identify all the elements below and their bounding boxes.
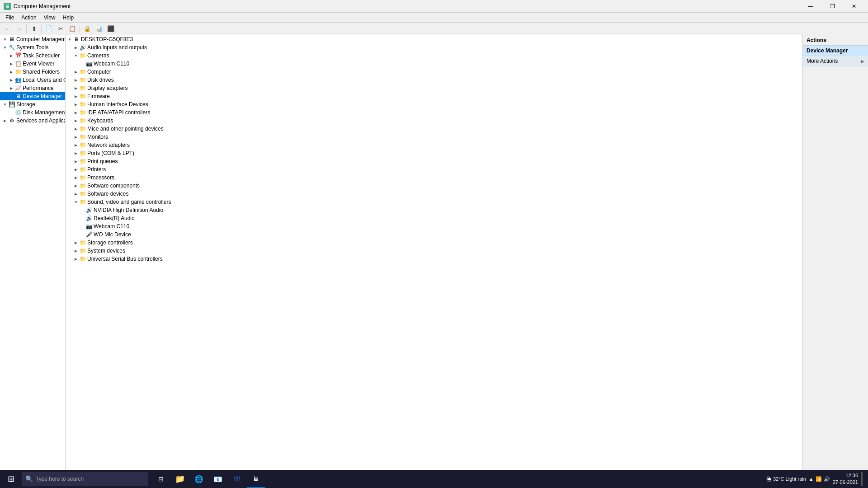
ports-label: Ports (COM & LPT)	[87, 150, 134, 156]
device-software-components[interactable]: ▶ 📁 Software components	[66, 182, 802, 190]
sidebar: ▼ 🖥 Computer Management (Local ▼ 🔧 Syste…	[0, 35, 66, 474]
webcam-cameras-expander	[79, 61, 85, 67]
toolbar-help[interactable]: 📋	[67, 24, 78, 34]
restore-button[interactable]: ❐	[822, 0, 843, 13]
menu-action[interactable]: Action	[18, 14, 40, 22]
toolbar-btn-5[interactable]: 📊	[94, 24, 104, 34]
device-tree-pane[interactable]: ▼ 🖥 DESKTOP-G5QF8E3 ▶ 🔊 Audio inputs and…	[66, 35, 802, 474]
realtek-audio-icon: 🔊	[85, 215, 93, 222]
clock-date: 27-06-2021	[833, 479, 858, 486]
realtek-audio-label: Realtek(R) Audio	[94, 215, 135, 221]
local-users-expander: ▶	[8, 77, 14, 83]
menu-file[interactable]: File	[2, 14, 18, 22]
toolbar-forward[interactable]: →	[14, 24, 24, 34]
device-ports[interactable]: ▶ 📁 Ports (COM & LPT)	[66, 149, 802, 157]
device-wo-mic[interactable]: 🎤 WO Mic Device	[66, 230, 802, 239]
taskbar-chrome[interactable]: 🌐	[190, 470, 208, 488]
device-cameras[interactable]: ▼ 📁 Cameras	[66, 52, 802, 60]
webcam-cameras-icon: 📷	[85, 60, 93, 67]
software-devices-expander: ▶	[73, 191, 79, 197]
device-realtek-audio[interactable]: 🔊 Realtek(R) Audio	[66, 214, 802, 222]
search-icon: 🔍	[25, 475, 33, 483]
toolbar-properties[interactable]: ✂	[55, 24, 66, 34]
title-bar: 🖥 Computer Management — ❐ ✕	[0, 0, 868, 13]
hid-expander: ▶	[73, 101, 79, 108]
device-audio-inputs[interactable]: ▶ 🔊 Audio inputs and outputs	[66, 43, 802, 52]
system-tools-expander: ▼	[2, 44, 8, 51]
task-scheduler-expander: ▶	[8, 52, 14, 59]
device-disk-drives[interactable]: ▶ 📁 Disk drives	[66, 76, 802, 84]
notification-arrow[interactable]: ▲	[809, 476, 814, 482]
menu-view[interactable]: View	[40, 14, 59, 22]
device-mice[interactable]: ▶ 📁 Mice and other pointing devices	[66, 125, 802, 133]
device-usb-controllers[interactable]: ▶ 📁 Universal Serial Bus controllers	[66, 255, 802, 263]
toolbar-btn-6[interactable]: ⬛	[105, 24, 116, 34]
device-storage-controllers[interactable]: ▶ 📁 Storage controllers	[66, 239, 802, 247]
taskbar-mail[interactable]: 📧	[209, 470, 227, 488]
disk-mgmt-label: Disk Management	[23, 109, 66, 116]
monitors-label: Monitors	[87, 134, 108, 140]
device-nvidia-audio[interactable]: 🔊 NVIDIA High Definition Audio	[66, 206, 802, 214]
event-viewer-expander: ▶	[8, 61, 14, 67]
software-components-icon: 📁	[79, 182, 86, 189]
toolbar-up[interactable]: ⬆	[28, 24, 39, 34]
device-network-adapters[interactable]: ▶ 📁 Network adapters	[66, 141, 802, 149]
device-software-devices[interactable]: ▶ 📁 Software devices	[66, 190, 802, 198]
taskbar-search[interactable]: 🔍 Type here to search	[22, 472, 148, 486]
action-device-manager[interactable]: Device Manager	[803, 46, 868, 56]
minimize-button[interactable]: —	[800, 0, 821, 13]
device-print-queues[interactable]: ▶ 📁 Print queues	[66, 157, 802, 165]
device-keyboards[interactable]: ▶ 📁 Keyboards	[66, 117, 802, 125]
sidebar-task-scheduler[interactable]: ▶ 📅 Task Scheduler	[0, 52, 65, 60]
root-expander: ▼	[2, 36, 8, 42]
start-button[interactable]: ⊞	[2, 470, 20, 488]
device-printers[interactable]: ▶ 📁 Printers	[66, 165, 802, 174]
taskbar-word[interactable]: W	[228, 470, 246, 488]
storage-controllers-label: Storage controllers	[87, 239, 133, 246]
device-root[interactable]: ▼ 🖥 DESKTOP-G5QF8E3	[66, 35, 802, 43]
sidebar-system-tools[interactable]: ▼ 🔧 System Tools	[0, 43, 65, 52]
print-queues-expander: ▶	[73, 158, 79, 164]
shared-folders-expander: ▶	[8, 69, 14, 75]
taskbar-right-area: 🌦 32°C Light rain ▲ 📶 🔊 12:36 27-06-2021	[766, 472, 866, 486]
sidebar-device-manager[interactable]: 🖥 Device Manager	[0, 92, 65, 100]
sidebar-performance[interactable]: ▶ 📈 Performance	[0, 84, 65, 92]
device-root-expander: ▼	[66, 36, 73, 42]
device-webcam-sound[interactable]: 📷 Webcam C110	[66, 222, 802, 230]
actions-pane: Actions Device Manager More Actions ▶	[802, 35, 868, 474]
device-system-devices[interactable]: ▶ 📁 System devices	[66, 247, 802, 255]
device-firmware[interactable]: ▶ 📁 Firmware	[66, 92, 802, 100]
action-more-actions[interactable]: More Actions ▶	[803, 56, 868, 66]
device-webcam-c110-cameras[interactable]: 📷 Webcam C110	[66, 60, 802, 68]
taskbar-clock[interactable]: 12:36 27-06-2021	[833, 472, 858, 486]
device-ide[interactable]: ▶ 📁 IDE ATA/ATAPI controllers	[66, 108, 802, 117]
toolbar-show-hide-action[interactable]: 📄	[43, 24, 54, 34]
device-computer[interactable]: ▶ 📁 Computer	[66, 68, 802, 76]
device-hid[interactable]: ▶ 📁 Human Interface Devices	[66, 100, 802, 108]
device-processors[interactable]: ▶ 📁 Processors	[66, 174, 802, 182]
software-devices-icon: 📁	[79, 190, 86, 197]
sidebar-event-viewer[interactable]: ▶ 📋 Event Viewer	[0, 60, 65, 68]
device-monitors[interactable]: ▶ 📁 Monitors	[66, 133, 802, 141]
sidebar-root[interactable]: ▼ 🖥 Computer Management (Local	[0, 35, 65, 43]
sidebar-services[interactable]: ▶ ⚙ Services and Applications	[0, 117, 65, 125]
device-sound-video[interactable]: ▼ 📁 Sound, video and game controllers	[66, 198, 802, 206]
taskbar-computer-mgmt[interactable]: 🖥	[247, 470, 265, 488]
show-desktop-btn[interactable]	[861, 472, 863, 486]
local-users-label: Local Users and Groups	[23, 77, 66, 83]
menu-help[interactable]: Help	[59, 14, 78, 22]
toolbar-back[interactable]: ←	[2, 24, 13, 34]
wo-mic-label: WO Mic Device	[94, 231, 131, 238]
taskbar-explorer[interactable]: 📁	[171, 470, 189, 488]
toolbar-btn-4[interactable]: 🔒	[82, 24, 93, 34]
sidebar-local-users[interactable]: ▶ 👥 Local Users and Groups	[0, 76, 65, 84]
event-viewer-icon: 📋	[14, 60, 22, 67]
network-adapters-icon: 📁	[79, 141, 86, 149]
device-display-adapters[interactable]: ▶ 📁 Display adapters	[66, 84, 802, 92]
taskbar-task-view[interactable]: ⊟	[152, 470, 170, 488]
close-button[interactable]: ✕	[844, 0, 864, 13]
sidebar-shared-folders[interactable]: ▶ 📁 Shared Folders	[0, 68, 65, 76]
system-tools-icon: 🔧	[8, 44, 15, 51]
sidebar-disk-management[interactable]: 💿 Disk Management	[0, 108, 65, 117]
sidebar-storage[interactable]: ▼ 💾 Storage	[0, 100, 65, 108]
